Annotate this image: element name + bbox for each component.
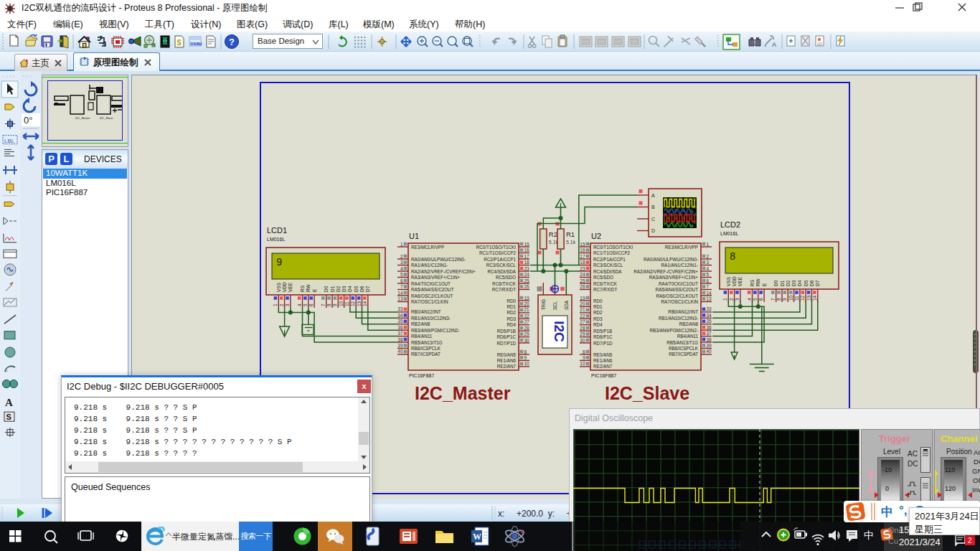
svg-text:37: 37 xyxy=(397,331,403,336)
svg-text:RB0/AN12/INT: RB0/AN12/INT xyxy=(668,309,698,314)
svg-text:RD2: RD2 xyxy=(593,310,603,315)
svg-text:9: 9 xyxy=(782,298,787,301)
svg-text:RD5/P1B: RD5/P1B xyxy=(497,329,516,334)
svg-text:D7: D7 xyxy=(815,280,820,286)
svg-text:37: 37 xyxy=(707,331,712,336)
svg-text:RB5/AN13/T1G: RB5/AN13/T1G xyxy=(666,340,698,345)
svg-text:8: 8 xyxy=(776,298,781,301)
svg-text:D7: D7 xyxy=(365,286,370,292)
svg-text:18: 18 xyxy=(580,260,585,265)
svg-text:R2: R2 xyxy=(549,230,557,238)
svg-text:14: 14 xyxy=(707,291,712,296)
svg-text:5: 5 xyxy=(303,303,308,306)
svg-text:D4: D4 xyxy=(347,286,352,292)
svg-text:14: 14 xyxy=(362,301,367,306)
svg-text:21: 21 xyxy=(524,307,530,312)
svg-text:D2: D2 xyxy=(336,286,341,292)
svg-text:VEE: VEE xyxy=(738,276,743,286)
svg-text:VDD: VDD xyxy=(732,276,737,286)
svg-text:RC3/SCK/SCL: RC3/SCK/SCL xyxy=(486,263,517,268)
svg-text:29: 29 xyxy=(524,331,530,336)
svg-text:33: 33 xyxy=(707,306,712,311)
svg-text:40: 40 xyxy=(397,349,403,354)
svg-text:16: 16 xyxy=(580,248,585,253)
svg-text:RA2/AN2/VREF-/CVREF/C2IN+: RA2/AN2/VREF-/CVREF/C2IN+ xyxy=(411,269,476,274)
svg-text:RD1: RD1 xyxy=(593,304,603,309)
svg-text:RA4/T0CKI/C1OUT: RA4/T0CKI/C1OUT xyxy=(411,281,451,286)
svg-text:LM016L: LM016L xyxy=(267,237,285,242)
svg-text:SDA: SDA xyxy=(564,300,569,310)
svg-text:R1: R1 xyxy=(566,230,575,238)
svg-text:7: 7 xyxy=(707,284,710,289)
svg-text:22: 22 xyxy=(524,314,530,319)
svg-text:RE0/AN5: RE0/AN5 xyxy=(497,352,517,357)
svg-text:RE3/MCLR/VPP: RE3/MCLR/VPP xyxy=(411,245,444,250)
svg-text:13: 13 xyxy=(357,301,362,306)
svg-text:2: 2 xyxy=(400,254,403,259)
svg-text:12: 12 xyxy=(800,295,805,301)
svg-text:RB1/AN10/C12IN3-: RB1/AN10/C12IN3- xyxy=(411,316,451,321)
svg-text:中: 中 xyxy=(864,529,874,541)
svg-text:LCD2: LCD2 xyxy=(720,220,740,229)
svg-text:11: 11 xyxy=(344,301,349,306)
svg-text:19: 19 xyxy=(580,296,585,301)
svg-text:RC7/RX/DT: RC7/RX/DT xyxy=(593,287,617,292)
svg-text:25: 25 xyxy=(524,278,530,283)
svg-text:TRIG: TRIG xyxy=(541,299,546,310)
svg-text:14: 14 xyxy=(397,291,403,296)
svg-text:RD7/P1D: RD7/P1D xyxy=(593,341,613,346)
svg-text:RB7/ICSPDAT: RB7/ICSPDAT xyxy=(411,352,440,357)
svg-text:RA3/AN3/VREF+/C1IN+: RA3/AN3/VREF+/C1IN+ xyxy=(649,275,699,280)
svg-text:10: 10 xyxy=(339,301,344,306)
svg-text:33: 33 xyxy=(397,306,403,311)
svg-text:29: 29 xyxy=(580,331,585,336)
svg-text:RB4/AN11: RB4/AN11 xyxy=(411,334,433,339)
svg-text:13: 13 xyxy=(397,296,403,301)
svg-text:5: 5 xyxy=(707,272,710,277)
svg-text:4: 4 xyxy=(400,266,403,271)
svg-text:4: 4 xyxy=(747,298,752,301)
svg-text:17: 17 xyxy=(580,254,585,259)
svg-text:RB5/AN13/T1G: RB5/AN13/T1G xyxy=(411,340,443,345)
svg-text:D2: D2 xyxy=(786,280,791,286)
svg-text:2: 2 xyxy=(968,537,972,545)
svg-text:RC1/T1OSI/CCP2: RC1/T1OSI/CCP2 xyxy=(479,250,517,255)
svg-text:RA2/AN2/VREF-/CVREF/C2IN+: RA2/AN2/VREF-/CVREF/C2IN+ xyxy=(633,269,698,274)
svg-text:RA6/OSC2/CLKOUT: RA6/OSC2/CLKOUT xyxy=(411,293,453,298)
svg-text:8: 8 xyxy=(326,303,331,306)
svg-text:28: 28 xyxy=(580,326,585,331)
svg-text:RD4: RD4 xyxy=(593,322,603,327)
svg-text:RC5/SDO: RC5/SDO xyxy=(496,275,516,280)
svg-text:RC0/T1OSO/T1CKI: RC0/T1OSO/T1CKI xyxy=(476,245,517,250)
svg-text:D1: D1 xyxy=(330,286,335,292)
svg-text:20: 20 xyxy=(524,301,530,306)
svg-text:RA3/AN3/VREF+/C1IN+: RA3/AN3/VREF+/C1IN+ xyxy=(411,275,461,280)
svg-text:RE1/AN6: RE1/AN6 xyxy=(497,358,517,363)
svg-text:15: 15 xyxy=(524,242,530,247)
svg-text:13: 13 xyxy=(806,295,811,301)
svg-text:RC2/P1A/CCP1: RC2/P1A/CCP1 xyxy=(484,257,516,262)
svg-text:RD7/P1D: RD7/P1D xyxy=(496,341,516,346)
svg-text:D5: D5 xyxy=(804,280,809,286)
svg-text:RA7/OSC1/CLKIN: RA7/OSC1/CLKIN xyxy=(411,299,448,304)
svg-text:40: 40 xyxy=(707,349,712,354)
svg-text:17: 17 xyxy=(524,254,530,259)
svg-text:11: 11 xyxy=(794,296,799,301)
svg-text:2: 2 xyxy=(279,303,284,306)
svg-text:RD5/P1B: RD5/P1B xyxy=(593,329,612,334)
svg-text:5.1k: 5.1k xyxy=(566,240,576,245)
svg-text:B: B xyxy=(651,204,655,209)
svg-text:7: 7 xyxy=(321,303,326,306)
svg-text:38: 38 xyxy=(707,337,712,342)
svg-text:8: 8 xyxy=(583,349,585,354)
svg-text:E: E xyxy=(312,288,317,292)
svg-text:24: 24 xyxy=(580,272,585,277)
svg-text:9: 9 xyxy=(276,257,282,268)
svg-text:RB2/AN8: RB2/AN8 xyxy=(679,321,699,326)
svg-text:D0: D0 xyxy=(773,280,778,286)
svg-text:RB6/ICSPCLK: RB6/ICSPCLK xyxy=(411,346,441,351)
svg-text:9: 9 xyxy=(524,355,527,360)
svg-text:27: 27 xyxy=(580,319,585,324)
svg-text:D0: D0 xyxy=(324,286,329,292)
svg-text:3: 3 xyxy=(707,260,710,265)
